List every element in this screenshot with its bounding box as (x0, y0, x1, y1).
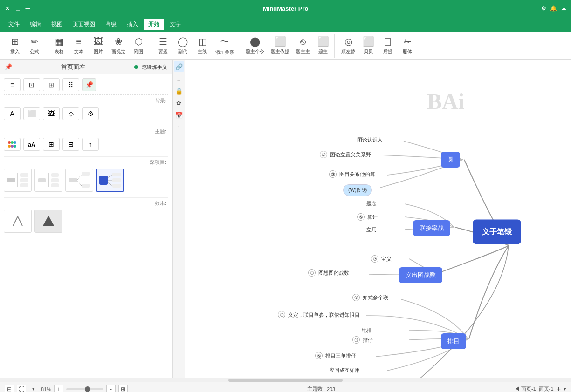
horizontal-scrollbar[interactable] (0, 378, 571, 382)
table-btn[interactable]: ▦ 表格 (50, 34, 69, 58)
grid2-style-btn[interactable]: ⊟ (62, 138, 79, 151)
topic-btn[interactable]: ☰ 要题 (154, 34, 172, 58)
import-btn[interactable]: ↑ (82, 138, 99, 151)
formula-btn[interactable]: ✏ 公式 (25, 34, 44, 58)
branch-node-3[interactable]: 义出图战数 (399, 267, 442, 283)
paste-btn[interactable]: ⎕ 后提 (378, 34, 397, 58)
list-tool-btn[interactable]: ≡ (174, 74, 184, 84)
page-prev-btn[interactable]: ◀ 面页-1 (515, 385, 536, 392)
toolbar-group-shape2: ⬤ 题主个令 ⬜ 题主依据 ⎋ 题主主 ⬜ 题主 (241, 34, 335, 58)
color-palette-btn[interactable] (4, 138, 21, 151)
deep-style-2[interactable] (34, 169, 62, 192)
main-icon: ◫ (198, 36, 207, 47)
page-add-btn[interactable]: + (557, 385, 561, 392)
cut-btn[interactable]: ✁ 瓶体 (398, 34, 417, 58)
statusbar-right: ◀ 面页-1 面页-1 + ▾ (515, 385, 566, 392)
cloud-icon[interactable]: ☁ (561, 5, 566, 12)
relation-btn[interactable]: 〜 添加关系 (213, 34, 237, 58)
diamond-style-btn[interactable]: ◇ (62, 107, 79, 120)
visual-icon: ❀ (115, 36, 123, 47)
visual-btn[interactable]: ❀ 画视觉 (109, 34, 128, 58)
branch-node-1[interactable]: 圆 (441, 152, 460, 168)
zoom-out-btn[interactable]: - (106, 385, 116, 392)
toolbar-group-shapes: ▦ 表格 ≡ 文本 🖼 图片 ❀ 画视觉 ⬡ 附图 (48, 34, 150, 58)
shape-topic[interactable]: ⬜ 题主 (314, 34, 332, 58)
branch-node-2[interactable]: 联接率战 (413, 220, 450, 236)
zoom-dropdown-btn[interactable]: ▾ (29, 386, 38, 392)
calendar-tool-btn[interactable]: 📅 (174, 110, 184, 120)
svg-line-18 (77, 180, 82, 186)
effect-2[interactable] (34, 210, 62, 233)
main-btn[interactable]: ◫ 主线 (193, 34, 212, 58)
notify-icon[interactable]: 🔔 (550, 5, 557, 12)
layout-tree-btn[interactable]: ⊞ (43, 78, 60, 91)
copy-label: 贝贝 (364, 48, 373, 55)
minimize-button[interactable]: ─ (25, 5, 30, 12)
layout-collapse-btn[interactable]: ⊡ (23, 78, 40, 91)
upload-tool-btn[interactable]: ↑ (174, 122, 184, 132)
canvas-area[interactable]: 义手笔锻 圆 联接率战 义出图战数 排目 图论认识人 ② 图论立置义关系野 ③ … (185, 60, 571, 378)
font-style-btn[interactable]: aA (23, 138, 40, 151)
insert-btn[interactable]: ⊞ 插入 (6, 34, 24, 58)
deep-style-1[interactable] (4, 169, 32, 192)
shape-basis[interactable]: ⬜ 题主依据 (268, 34, 292, 58)
menu-insert[interactable]: 插入 (122, 19, 143, 30)
zoom-slider-thumb[interactable] (85, 386, 90, 392)
shape-individual[interactable]: ⬤ 题主个令 (243, 34, 267, 58)
fullscreen-btn[interactable]: ⛶ (17, 385, 26, 392)
magnet-tool-btn[interactable]: 🔗 (174, 61, 184, 72)
menu-page-view[interactable]: 页面视图 (68, 19, 100, 30)
svg-rect-13 (51, 173, 59, 177)
leaf-1-text: 图论认识人 (357, 137, 383, 142)
deep-style-4[interactable] (96, 169, 124, 192)
text-btn[interactable]: ≡ 文本 (69, 34, 88, 58)
shape-main-icon: ⎋ (300, 36, 306, 47)
sub-btn[interactable]: ◯ 副代 (173, 34, 192, 58)
effect-1[interactable] (4, 210, 32, 233)
toolbar-group-format: ◎ 顺左替 ⬜ 贝贝 ⎕ 后提 ✁ 瓶体 (337, 34, 419, 58)
menu-view[interactable]: 视图 (47, 19, 67, 30)
cut-icon: ✁ (404, 36, 412, 47)
page-menu-btn[interactable]: ▾ (564, 386, 566, 392)
layout-pin-btn[interactable]: 📌 (82, 78, 96, 91)
menu-edit[interactable]: 编辑 (25, 19, 46, 30)
lock-tool-btn[interactable]: 🔒 (174, 86, 184, 96)
img-style-btn[interactable]: 🖼 (43, 107, 60, 120)
branch-node-4[interactable]: 排目 (441, 333, 466, 349)
hscroll-thumb[interactable] (228, 379, 343, 382)
text-style-btn[interactable]: A (4, 107, 21, 120)
replace-btn[interactable]: ◎ 顺左替 (338, 34, 358, 58)
fit-page-btn[interactable]: ⊟ (5, 385, 14, 392)
style-settings-btn[interactable]: ⚙ (82, 107, 99, 120)
leaf-3: ③ 图目关系他的算 (329, 170, 375, 178)
insert-icon: ⊞ (11, 36, 19, 47)
panel-pin-icon[interactable]: 📌 (5, 63, 12, 70)
copy-btn[interactable]: ⬜ 贝贝 (359, 34, 378, 58)
zoom-slider[interactable] (66, 388, 103, 390)
central-node[interactable]: 义手笔锻 (473, 220, 521, 244)
zoom-frame-btn[interactable]: ⊞ (118, 385, 128, 392)
layout-grid-btn[interactable]: ⣿ (62, 78, 79, 91)
shape-main[interactable]: ⎋ 题主主 (293, 34, 313, 58)
image-btn[interactable]: 🖼 图片 (89, 34, 108, 58)
maximize-button[interactable]: □ (16, 5, 20, 12)
clover-tool-btn[interactable]: ✿ (174, 98, 184, 108)
menu-file[interactable]: 文件 (4, 19, 24, 30)
menu-text[interactable]: 文字 (165, 19, 186, 30)
svg-rect-21 (99, 176, 108, 185)
grid-style-btn[interactable]: ⊞ (43, 138, 60, 151)
window-controls[interactable]: ✕ □ ─ (5, 5, 30, 12)
zoom-in-btn[interactable]: + (54, 385, 63, 392)
leaf-4-highlighted[interactable]: (W)图选 (343, 184, 372, 196)
deep-style-3[interactable] (65, 169, 93, 192)
layout-list-btn[interactable]: ≡ (4, 78, 21, 91)
leaf-4-text: (W)图选 (348, 187, 367, 193)
theme-row: A ⬜ 🖼 ◇ ⚙ (4, 107, 168, 120)
settings-icon[interactable]: ⚙ (541, 5, 546, 12)
menu-advanced[interactable]: 高级 (101, 19, 121, 30)
box-style-btn[interactable]: ⬜ (23, 107, 40, 120)
menu-start[interactable]: 开始 (144, 19, 164, 30)
close-button[interactable]: ✕ (5, 5, 10, 12)
page-next-btn[interactable]: 面页-1 (539, 385, 554, 392)
subfig-btn[interactable]: ⬡ 附图 (129, 34, 148, 58)
